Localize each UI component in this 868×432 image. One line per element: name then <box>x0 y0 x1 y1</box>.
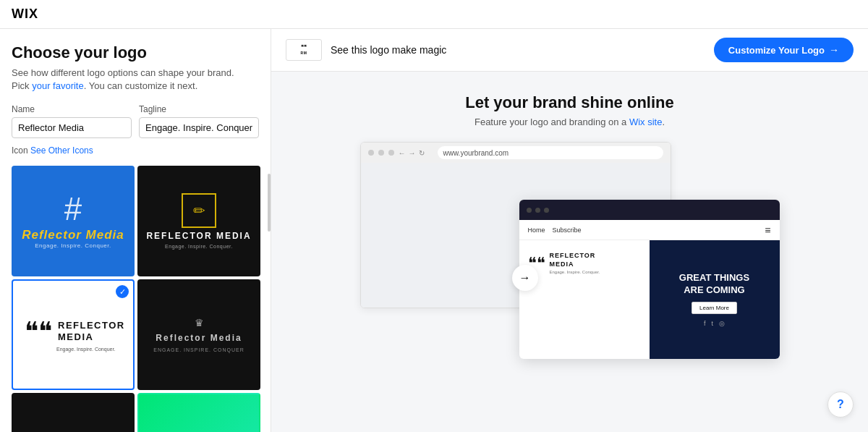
card2-tagline: Engage. Inspire. Conquer. <box>165 244 233 249</box>
website-brand-container: REFLECTORMEDIA Engage. Inspire. Conquer. <box>550 252 600 274</box>
card4-brand: Reflector Media <box>156 333 242 343</box>
website-right: GREAT THINGS ARE COMING Learn More f t ◎ <box>650 240 780 359</box>
nav-home[interactable]: Home <box>528 226 545 234</box>
social-twitter-icon[interactable]: t <box>712 320 714 327</box>
card4-crown-icon: ♛ <box>195 317 204 329</box>
tagline-input[interactable] <box>139 117 259 138</box>
website-nav: Home Subscribe ≡ <box>519 220 780 240</box>
back-icon[interactable]: ← <box>399 149 406 157</box>
icon-row: Icon See Other Icons <box>12 145 259 156</box>
address-text: www.yourbrand.com <box>443 149 509 157</box>
hamburger-icon[interactable]: ≡ <box>765 224 770 236</box>
card3-inner: ❝❝ REFLECTORMEDIA <box>25 318 125 344</box>
social-instagram-icon[interactable]: ◎ <box>719 320 725 327</box>
card1-tagline: Engage. Inspire. Conquer. <box>35 242 111 249</box>
preview-logo-small: ❝❝RM <box>286 39 322 61</box>
name-input[interactable] <box>12 117 132 138</box>
logo-card-2[interactable]: REFLECTOR MEDIA Engage. Inspire. Conquer… <box>137 166 260 276</box>
brand-headline: Let your brand shine online <box>465 93 673 112</box>
social-facebook-icon[interactable]: f <box>704 320 706 327</box>
top-bar: ❝❝RM See this logo make magic Customize … <box>271 29 868 72</box>
logo-card-5[interactable]: REFLECTOR MEDIA <box>12 393 135 432</box>
tagline-group: Tagline <box>139 104 259 138</box>
website-logo-area: ❝❝ REFLECTORMEDIA Engage. Inspire. Conqu… <box>528 252 641 274</box>
website-cta-button[interactable]: Learn More <box>692 302 737 314</box>
name-label: Name <box>12 104 132 114</box>
logo-card-6[interactable]: Reflector Media <box>137 393 260 432</box>
arrow-right-circle: → <box>512 265 538 291</box>
browser-mockup-container: ← → ↻ www.yourbrand.com → <box>360 142 780 388</box>
wix-site-link[interactable]: Wix site <box>629 117 663 127</box>
website-brand-name: REFLECTORMEDIA <box>550 252 600 268</box>
tagline-label: Tagline <box>139 104 259 114</box>
website-dot-1 <box>527 208 532 213</box>
website-dot-2 <box>535 208 540 213</box>
brand-subline: Feature your logo and branding on a Wix … <box>475 117 665 127</box>
website-mockup: Home Subscribe ≡ ❝❝ REFLECTORMEDIA Engag… <box>519 200 780 359</box>
headline-line1: GREAT THINGS <box>679 272 749 283</box>
browser-dot-1 <box>368 150 374 156</box>
wix-logo[interactable]: WIX <box>12 7 38 22</box>
page-title: Choose your logo <box>12 43 259 62</box>
icon-text: Icon <box>12 145 30 156</box>
headline-line2: ARE COMING <box>684 284 745 295</box>
help-button[interactable]: ? <box>827 391 854 418</box>
name-group: Name <box>12 104 132 138</box>
refresh-icon[interactable]: ↻ <box>419 149 425 157</box>
see-other-icons-link[interactable]: See Other Icons <box>30 145 93 156</box>
subtitle-text-1: See how different logo options can shape… <box>12 67 234 78</box>
browser-nav-icons: ← → ↻ <box>399 149 425 157</box>
brand-subline-text1: Feature your logo and branding on a <box>475 117 629 127</box>
browser-address-bar[interactable]: www.yourbrand.com <box>438 146 663 159</box>
card3-tagline: Engage. Inspire. Conquer. <box>56 347 115 352</box>
website-brand-tagline: Engage. Inspire. Conquer. <box>550 270 600 274</box>
website-social: f t ◎ <box>704 320 725 327</box>
website-dot-3 <box>544 208 549 213</box>
customize-logo-button[interactable]: Customize Your Logo → <box>714 38 854 62</box>
brand-subline-text2: . <box>662 117 665 127</box>
customize-btn-label: Customize Your Logo <box>728 45 825 56</box>
card3-quote-icon: ❝❝ <box>25 318 52 344</box>
your-favorite-link[interactable]: your favorite <box>32 80 84 91</box>
right-panel: ❝❝RM See this logo make magic Customize … <box>271 29 868 432</box>
form-row: Name Tagline <box>12 104 259 138</box>
logo-card-4[interactable]: ♛ Reflector Media ENGAGE. INSPIRE. CONQU… <box>137 279 260 390</box>
website-headline: GREAT THINGS ARE COMING <box>679 272 749 297</box>
card3-brand-container: REFLECTORMEDIA <box>58 320 125 342</box>
forward-icon[interactable]: → <box>409 149 416 157</box>
logo-card-3[interactable]: ✓ ❝❝ REFLECTORMEDIA Engage. Inspire. Con… <box>12 279 135 390</box>
card1-brand: Reflector Media <box>22 228 124 242</box>
main-layout: Choose your logo See how different logo … <box>0 29 868 432</box>
logo-card-1[interactable]: # Reflector Media Engage. Inspire. Conqu… <box>12 166 135 276</box>
logo-grid: # Reflector Media Engage. Inspire. Conqu… <box>12 166 259 432</box>
scrollbar[interactable] <box>268 174 271 232</box>
website-left: ❝❝ REFLECTORMEDIA Engage. Inspire. Conqu… <box>519 240 650 359</box>
subtitle: See how different logo options can shape… <box>12 67 259 93</box>
subtitle-text-2: Pick <box>12 80 32 91</box>
right-content: Let your brand shine online Feature your… <box>271 72 868 432</box>
customize-btn-arrow: → <box>829 44 839 56</box>
browser-dot-3 <box>388 150 394 156</box>
card3-brand: REFLECTORMEDIA <box>58 320 125 342</box>
website-nav-links: Home Subscribe <box>528 226 582 234</box>
header: WIX <box>0 0 868 29</box>
website-toolbar <box>519 200 780 220</box>
card1-icon: # <box>64 193 82 225</box>
nav-subscribe[interactable]: Subscribe <box>553 226 582 234</box>
card4-tagline: ENGAGE. INSPIRE. CONQUER <box>153 347 244 352</box>
left-panel: Choose your logo See how different logo … <box>0 29 271 432</box>
subtitle-text-3: . You can customize it next. <box>84 80 198 91</box>
card3-check: ✓ <box>116 285 129 298</box>
website-body: ❝❝ REFLECTORMEDIA Engage. Inspire. Conqu… <box>519 240 780 359</box>
card2-icon <box>182 193 216 228</box>
browser-dot-2 <box>378 150 384 156</box>
browser-toolbar: ← → ↻ www.yourbrand.com <box>361 143 671 163</box>
top-bar-text: See this logo make magic <box>331 44 446 56</box>
card2-brand: REFLECTOR MEDIA <box>146 231 251 241</box>
top-bar-left: ❝❝RM See this logo make magic <box>286 39 446 61</box>
